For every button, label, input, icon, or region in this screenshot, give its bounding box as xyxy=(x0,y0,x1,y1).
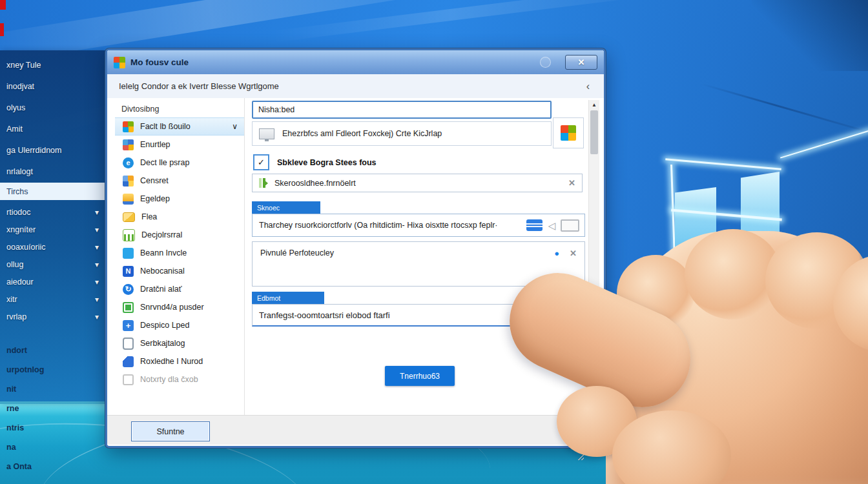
collapse-icon[interactable]: ‹ xyxy=(586,81,590,92)
menu-item[interactable]: a Onta xyxy=(0,457,105,476)
close-button[interactable]: ✕ xyxy=(565,55,597,70)
menu-item[interactable]: na xyxy=(0,438,105,457)
ridge-line xyxy=(770,299,868,374)
primary-action-button[interactable]: Tnerrhuo63 xyxy=(385,366,455,386)
menu-expand-group: rtiodoc▾ xngníter▾ ooaxuíoriic▾ ollug▾ a… xyxy=(0,203,105,325)
chevron-down-icon[interactable]: ▾ xyxy=(95,277,99,287)
logo-ray xyxy=(780,129,868,158)
dialog-header: Ielelg Condor a ek Ivertr Blesse Wgrtlgo… xyxy=(107,74,604,99)
menu-item[interactable]: rne xyxy=(0,399,105,418)
menu-item[interactable]: olyus xyxy=(0,97,105,118)
chevron-down-icon[interactable]: ▾ xyxy=(95,208,99,217)
target-row[interactable]: Ehezrbfcs aml Fdleort Foxckej) Crte KicJ… xyxy=(252,121,552,146)
clear-icon[interactable]: ✕ xyxy=(568,178,575,188)
sidebar-item[interactable]: Beann Invcle xyxy=(115,244,244,262)
sidebar-item-selected[interactable]: Faclt lb ßouilo ∨ xyxy=(115,117,244,136)
tiles-icon xyxy=(123,176,134,187)
sidebar-item[interactable]: + Despico Lped xyxy=(115,316,244,334)
menu-item[interactable]: nit xyxy=(0,379,105,399)
dialog-window: Mo fousv cule ✕ Ielelg Condor a ek Ivert… xyxy=(105,48,606,448)
menu-item[interactable]: ndort xyxy=(0,341,105,360)
sidebar-item[interactable]: Egeldep xyxy=(115,190,244,208)
section2-row[interactable]: Tranfegst-ooomtoartsri elobod ftarfi xyxy=(252,304,585,327)
windows-flag-icon xyxy=(561,125,576,141)
device-icon xyxy=(123,338,134,350)
monitor-icon xyxy=(259,128,274,139)
desktop: xney Tule inodjvat olyus Amit ga Ulerrdi… xyxy=(0,0,868,484)
disabled-icon xyxy=(123,374,134,385)
sidebar-item[interactable]: Censret xyxy=(115,172,244,190)
menu-item[interactable]: xitr▾ xyxy=(0,290,105,308)
windows-button[interactable] xyxy=(553,117,584,148)
sidebar-item[interactable]: Decjolrsrral xyxy=(115,226,244,244)
menu-item[interactable]: ntris xyxy=(0,418,105,438)
dialog-main: Nisha:bed Ehezrbfcs aml Fdleort Foxckej)… xyxy=(251,98,590,415)
sidebar-item[interactable]: Enurtlep xyxy=(115,136,244,154)
checkbox-row: ✓ Sbkleve Bogra Stees fous xyxy=(253,154,377,170)
menu-lower-group: ndort urpotnlog nit rne ntris na a Onta xyxy=(0,341,105,476)
minimize-button[interactable] xyxy=(540,57,551,68)
scroll-up-icon[interactable]: ▲ xyxy=(589,100,599,109)
dialog-header-text: Ielelg Condor a ek Ivertr Blesse Wgrtlgo… xyxy=(119,81,279,91)
app-icon xyxy=(123,248,134,259)
section2-header: Edbmot xyxy=(252,292,324,304)
section1-row[interactable]: Tharchey rsuorkciorctforlv (Oa rhitdicti… xyxy=(252,214,585,237)
notes-box[interactable]: Pivnulé Perfoteucley ● ✕ xyxy=(252,241,585,287)
title-bar[interactable]: Mo fousv cule ✕ xyxy=(107,50,604,75)
checkbox-label: Sbkleve Bogra Stees fous xyxy=(277,158,377,167)
menu-top-group: xney Tule inodjvat olyus Amit ga Ulerrdi… xyxy=(0,54,105,182)
menu-item-highlighted[interactable]: Tirchs ✕ xyxy=(0,183,119,200)
section1-header: Sknoec xyxy=(252,201,320,214)
menu-item[interactable]: aiedour▾ xyxy=(0,273,105,290)
sidebar-item[interactable]: Serbkajtalog xyxy=(115,334,244,352)
sync-icon: ↻ xyxy=(123,284,134,295)
back-triangle-icon[interactable]: ◁ xyxy=(548,221,555,230)
name-input[interactable]: Nisha:bed xyxy=(252,101,552,119)
sidebar-item[interactable]: Roxledhe I Nurod xyxy=(115,352,244,370)
menu-item[interactable]: urpotnlog xyxy=(0,360,105,379)
dot-icon[interactable]: ● xyxy=(554,248,559,258)
menu-item[interactable]: Amit xyxy=(0,118,105,139)
chevron-down-icon[interactable]: ▾ xyxy=(95,295,99,304)
menu-item[interactable]: ollug▾ xyxy=(0,256,105,273)
chevron-down-icon[interactable]: ▾ xyxy=(95,225,99,234)
sidebar-item[interactable]: ↻ Dratčni alať xyxy=(115,280,244,298)
logo-pane xyxy=(741,172,780,296)
file-icon[interactable] xyxy=(526,219,542,231)
package-icon xyxy=(123,302,134,313)
checkbox[interactable]: ✓ xyxy=(253,154,269,170)
red-artifact xyxy=(0,23,4,36)
windows-flag-icon xyxy=(123,121,134,132)
letter-n-icon: N xyxy=(123,266,134,277)
menu-item[interactable]: xney Tule xyxy=(0,54,105,76)
menu-item[interactable]: ga Ulerrdidnom xyxy=(0,139,105,161)
scrollbar[interactable]: ▲ xyxy=(588,100,599,413)
menu-item[interactable]: xngníter▾ xyxy=(0,221,105,238)
sidebar-item[interactable]: N Nebocanisal xyxy=(115,262,244,280)
sidebar-item[interactable]: Flea xyxy=(115,208,244,226)
chevron-down-icon[interactable]: ▾ xyxy=(95,260,99,269)
scrollbar-thumb[interactable] xyxy=(590,110,598,154)
check-icon: ✓ xyxy=(258,157,265,167)
chevron-down-icon[interactable]: ▾ xyxy=(95,312,99,321)
empty-rect-icon[interactable] xyxy=(561,219,579,232)
menu-item[interactable]: inodjvat xyxy=(0,76,105,97)
sidebar-item[interactable]: Snrvnd4/a pusder xyxy=(115,298,244,316)
menu-item[interactable]: rtiodoc▾ xyxy=(0,203,105,221)
menu-item[interactable]: rvrlap▾ xyxy=(0,308,105,325)
path-input[interactable]: Skeroosldhee.fnrnöelrt ✕ xyxy=(252,174,583,192)
dialog-body: Divtosibng Faclt lb ßouilo ∨ Enurtlep e … xyxy=(107,98,604,415)
chevron-down-icon[interactable]: ▾ xyxy=(95,243,99,252)
document-icon xyxy=(123,356,134,367)
menu-item[interactable]: ooaxuíoriic▾ xyxy=(0,238,105,256)
sidebar-group-label: Divtosibng xyxy=(115,98,244,117)
sidebar-item-disabled: Notxrty dla čxob xyxy=(115,370,244,388)
resize-grip[interactable] xyxy=(576,454,584,460)
clear-icon[interactable]: ✕ xyxy=(570,248,577,258)
tiles-icon xyxy=(123,139,134,150)
dialog-footer: Sfuntne xyxy=(107,415,604,445)
menu-item[interactable]: nrlalogt xyxy=(0,161,105,182)
sidebar-item[interactable]: e Dect lle psrap xyxy=(115,154,244,172)
footer-button[interactable]: Sfuntne xyxy=(131,421,210,441)
chevron-down-icon[interactable]: ∨ xyxy=(232,122,238,131)
